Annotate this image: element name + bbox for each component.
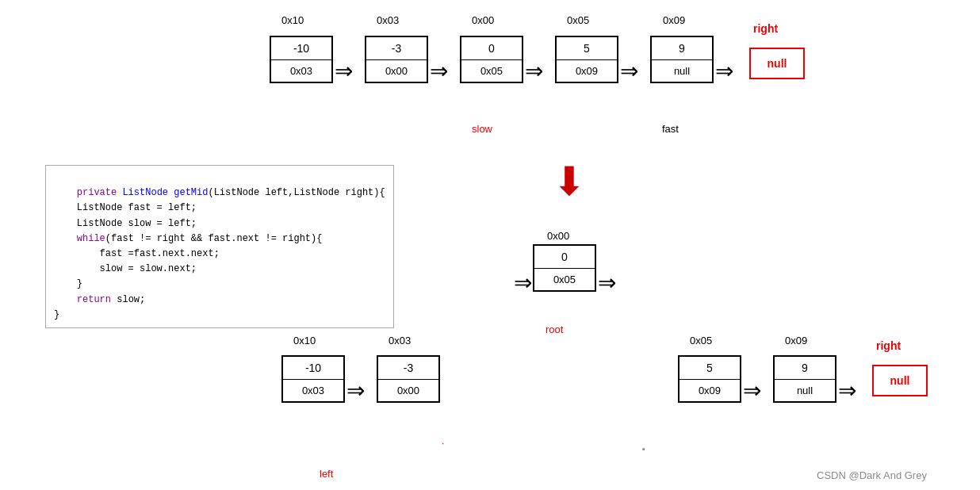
node-bot-r1-ptr: 0x09 [679,380,740,401]
node-top-3: 0 0x05 [460,36,523,83]
node-top-5: 9 null [650,36,714,83]
node-bot-r1-val: 5 [679,357,740,380]
addr-0x10-bot: 0x10 [293,335,316,346]
node-bot-r2: 9 null [773,355,836,403]
arrow-2-3: ⇒ [430,58,448,84]
node-bot-r1: 5 0x09 [678,355,741,403]
addr-0x09-top: 0x09 [663,14,685,26]
small-square: ▪ [642,444,645,454]
watermark: CSDN @Dark And Grey [817,469,927,481]
addr-0x00-mid: 0x00 [547,230,569,242]
node-val-5: 9 [652,37,712,60]
code-block: private ListNode getMid(ListNode left,Li… [45,165,394,328]
arrow-to-root: ⇒ [514,270,532,296]
fast-label: fast [662,123,679,135]
addr-0x03-top: 0x03 [377,14,399,26]
node-val-1: -10 [271,37,331,60]
right-label-bot: right [876,339,901,352]
node-val-4: 5 [557,37,617,60]
node-ptr-4: 0x09 [557,60,617,82]
slow-label: slow [472,123,492,135]
addr-0x00-top: 0x00 [472,14,494,26]
arrow-1-2: ⇒ [335,58,353,84]
node-ptr-3: 0x05 [461,60,522,82]
node-ptr-5: null [652,60,712,82]
addr-0x10-top: 0x10 [281,14,304,26]
right-null-bot: null [872,365,928,396]
node-ptr-1: 0x03 [271,60,331,82]
arrow-from-root: ⇒ [598,270,616,296]
node-bot-l2-ptr: 0x00 [378,380,438,401]
node-val-2: -3 [366,37,427,60]
node-bot-l1-val: -10 [283,357,343,380]
addr-0x03-bot: 0x03 [389,335,411,346]
node-top-2: -3 0x00 [365,36,428,83]
node-top-4: 5 0x09 [555,36,618,83]
diagram-area: 0x10 -10 0x03 ⇒ 0x03 -3 0x00 ⇒ 0x00 0 0x… [0,0,980,490]
addr-0x05-top: 0x05 [567,14,589,26]
node-top-1: -10 0x03 [270,36,333,83]
left-label-bottom: left [320,468,333,480]
node-mid: 0 0x05 [533,244,596,292]
node-bot-l2: -3 0x00 [377,355,440,403]
node-bot-l1-ptr: 0x03 [283,380,343,401]
arrow-4-5: ⇒ [620,58,638,84]
right-label-top: right [753,22,778,35]
dot-bottom: · [442,438,444,449]
addr-0x09-bot: 0x09 [785,335,807,346]
node-bot-l2-val: -3 [378,357,438,380]
node-val-3: 0 [461,37,522,60]
root-label: root [546,323,563,335]
node-mid-ptr: 0x05 [534,269,595,290]
addr-0x05-bot: 0x05 [690,335,712,346]
arrow-5-right: ⇒ [715,58,733,84]
node-bot-r2-val: 9 [775,357,835,380]
node-mid-val: 0 [534,246,595,269]
arrow-br1-br2: ⇒ [743,377,761,404]
node-bot-l1: -10 0x03 [281,355,345,403]
node-ptr-2: 0x00 [366,60,427,82]
arrow-bl1-bl2: ⇒ [346,377,365,404]
down-arrow-red: ⬇ [553,159,586,205]
node-bot-r2-ptr: null [775,380,835,401]
right-null-top: null [749,48,805,79]
arrow-3-4: ⇒ [525,58,543,84]
arrow-br2-right: ⇒ [838,377,856,404]
